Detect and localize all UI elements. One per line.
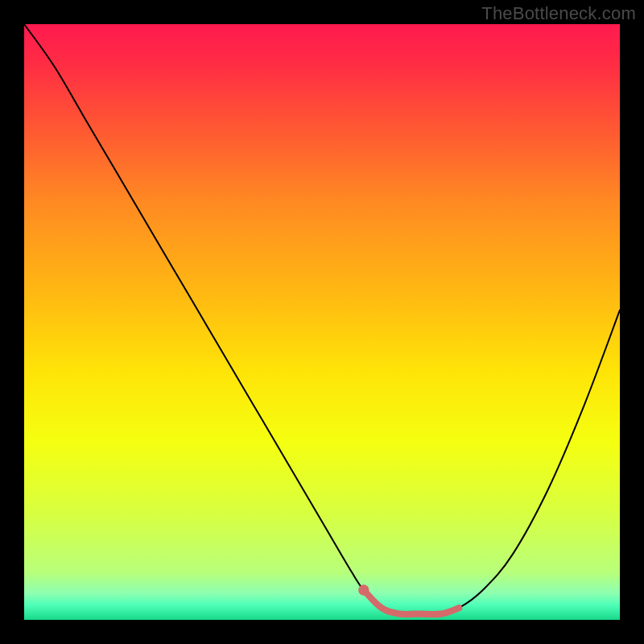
plot-background [24, 24, 620, 620]
chart-frame: TheBottleneck.com [0, 0, 644, 644]
watermark-label: TheBottleneck.com [481, 3, 636, 24]
optimal-range-start-dot [358, 584, 369, 595]
bottleneck-chart [0, 0, 644, 644]
